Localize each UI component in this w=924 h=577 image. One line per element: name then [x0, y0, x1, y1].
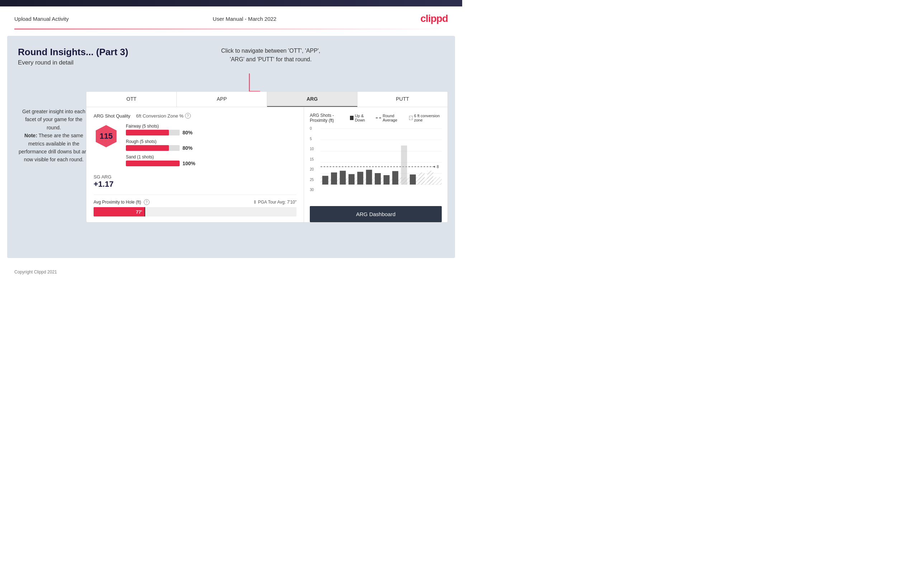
legend-item-roundavg: Round Average: [376, 114, 404, 122]
svg-rect-24: [392, 171, 398, 185]
dashboard-content: ARG Shot Quality 6ft Conversion Zone % ?…: [86, 107, 447, 222]
bar-row-sand: 100%: [126, 161, 297, 166]
user-manual-title: User Manual - March 2022: [213, 16, 276, 22]
svg-rect-20: [357, 172, 363, 185]
header: Upload Manual Activity User Manual - Mar…: [0, 6, 462, 29]
hex-bars-container: 115 Fairway (5 shots) 80%: [94, 124, 297, 170]
sg-value: +1.17: [94, 180, 297, 189]
proximity-value: 77': [136, 209, 142, 215]
proximity-bar-container: 77': [94, 207, 297, 216]
svg-rect-17: [331, 172, 337, 185]
shot-row-fairway: Fairway (5 shots) 80%: [126, 124, 297, 135]
shot-bars: Fairway (5 shots) 80% Rough (5 shots): [126, 124, 297, 170]
bar-row-fairway: 80%: [126, 130, 297, 135]
svg-rect-27: [418, 172, 425, 185]
legend-hatch-conversion: [409, 116, 413, 120]
right-panel-title: ARG Shots - Proximity (ft): [310, 113, 350, 123]
bar-pct-rough: 80%: [183, 145, 197, 151]
sg-label: SG ARG: [94, 174, 297, 180]
legend: Up & Down Round Average 6 ft conversion …: [350, 114, 442, 122]
chart-area: 30 25 20 15 10 5 0: [310, 127, 442, 203]
hex-number: 115: [100, 132, 113, 141]
proximity-label: Avg Proximity to Hole (ft) ?: [94, 199, 150, 205]
tab-putt[interactable]: PUTT: [357, 92, 447, 107]
svg-rect-25: [401, 145, 407, 185]
bar-row-rough: 80%: [126, 145, 297, 151]
left-description: Get greater insight into each facet of y…: [18, 108, 90, 164]
bar-container-fairway: [126, 130, 179, 135]
legend-item-conversion: 6 ft conversion zone: [409, 114, 442, 122]
svg-text:8: 8: [437, 165, 439, 169]
bar-fill-fairway: [126, 130, 169, 135]
navigate-hint: Click to navigate between 'OTT', 'APP', …: [221, 47, 320, 64]
tab-app[interactable]: APP: [177, 92, 267, 107]
panel-header: ARG Shot Quality 6ft Conversion Zone % ?: [94, 113, 297, 119]
panel-header-subtitle: 6ft Conversion Zone % ?: [136, 113, 191, 119]
right-panel-header: ARG Shots - Proximity (ft) Up & Down Rou…: [310, 113, 442, 123]
hex-badge: 115: [94, 124, 119, 149]
right-panel: ARG Shots - Proximity (ft) Up & Down Rou…: [304, 107, 447, 222]
help-icon[interactable]: ?: [185, 113, 191, 119]
main-content: Round Insights... (Part 3) Every round i…: [7, 36, 455, 258]
shot-label-sand: Sand (1 shots): [126, 155, 297, 160]
left-panel: ARG Shot Quality 6ft Conversion Zone % ?…: [86, 107, 304, 222]
header-divider: [15, 29, 448, 29]
copyright: Copyright Clippd 2021: [15, 269, 57, 274]
panel-header-title: ARG Shot Quality: [94, 113, 131, 119]
top-bar: [0, 0, 462, 6]
shot-label-fairway: Fairway (5 shots): [126, 124, 297, 129]
svg-rect-18: [340, 171, 346, 184]
bar-pct-fairway: 80%: [183, 130, 197, 135]
tab-ott[interactable]: OTT: [86, 92, 177, 107]
svg-rect-21: [366, 170, 372, 185]
svg-rect-26: [410, 174, 416, 185]
proximity-section: Avg Proximity to Hole (ft) ? ⇕ PGA Tour …: [94, 195, 297, 216]
svg-rect-28: [427, 171, 433, 184]
bar-container-rough: [126, 145, 179, 151]
y-axis: 30 25 20 15 10 5 0: [310, 127, 314, 192]
bar-fill-rough: [126, 145, 169, 151]
proximity-header: Avg Proximity to Hole (ft) ? ⇕ PGA Tour …: [94, 199, 297, 205]
legend-box-updown: [350, 116, 353, 120]
bar-pct-sand: 100%: [183, 161, 197, 166]
tab-arg[interactable]: ARG: [267, 92, 357, 107]
chart-svg: 8: [321, 127, 442, 198]
svg-rect-22: [375, 173, 381, 185]
svg-rect-19: [349, 174, 355, 185]
sg-section: SG ARG +1.17: [94, 174, 297, 189]
legend-label-updown: Up & Down: [355, 114, 371, 122]
legend-dashed-roundavg: [376, 118, 381, 118]
proximity-bar-fill: 77': [94, 207, 144, 216]
svg-marker-15: [433, 166, 435, 168]
shot-row-sand: Sand (1 shots) 100%: [126, 155, 297, 166]
svg-rect-23: [384, 175, 390, 185]
bar-fill-sand: [126, 161, 179, 166]
upload-manual-link[interactable]: Upload Manual Activity: [15, 16, 69, 22]
legend-label-roundavg: Round Average: [383, 114, 404, 122]
shot-row-rough: Rough (5 shots) 80%: [126, 139, 297, 151]
bar-container-sand: [126, 161, 179, 166]
clippd-logo: clippd: [421, 13, 448, 24]
svg-rect-16: [322, 176, 328, 185]
footer: Copyright Clippd 2021: [0, 264, 462, 280]
legend-label-conversion: 6 ft conversion zone: [414, 114, 442, 122]
legend-item-updown: Up & Down: [350, 114, 370, 122]
dashboard-card: OTT APP ARG PUTT ARG Shot Quality 6ft Co…: [86, 91, 448, 222]
tabs-row: OTT APP ARG PUTT: [86, 92, 447, 107]
pga-avg: ⇕ PGA Tour Avg: 7'10": [253, 200, 297, 205]
arg-dashboard-button[interactable]: ARG Dashboard: [310, 206, 442, 222]
proximity-help-icon[interactable]: ?: [144, 199, 150, 205]
proximity-cursor: [144, 207, 145, 216]
shot-label-rough: Rough (5 shots): [126, 139, 297, 144]
